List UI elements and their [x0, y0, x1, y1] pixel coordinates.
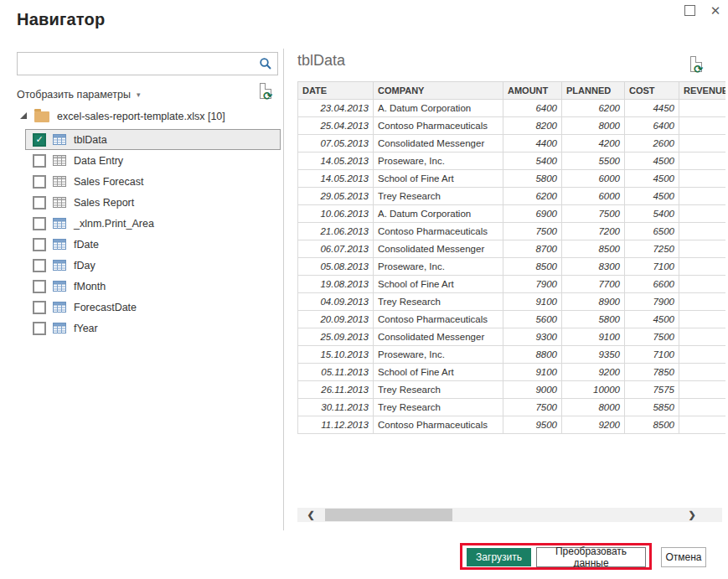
cell-amount: 7900: [503, 276, 562, 293]
cell-date: 06.07.2013: [298, 240, 374, 258]
cell-cost: 8500: [625, 416, 679, 434]
cell-date: 07.05.2013: [298, 135, 374, 153]
checkbox-unchecked[interactable]: [33, 175, 46, 189]
cancel-button[interactable]: Отмена: [661, 547, 706, 567]
scroll-left-arrow-icon[interactable]: ❮: [304, 508, 318, 522]
cell-cost: 7900: [625, 293, 679, 311]
cell-date: 11.12.2013: [298, 416, 374, 434]
table-icon: [53, 323, 66, 333]
table-row: 14.05.2013Proseware, Inc.540055004500: [298, 153, 726, 170]
table-row: 04.09.2013Trey Research910089007900: [298, 293, 726, 311]
checkbox-unchecked[interactable]: [33, 322, 46, 335]
tree-item-data-entry[interactable]: Data Entry: [17, 150, 281, 171]
cell-planned: 8000: [562, 399, 625, 416]
cell-company: Trey Research: [374, 399, 503, 416]
tree-item-label: fDay: [74, 260, 96, 271]
checkbox-unchecked[interactable]: [33, 154, 46, 168]
cell-cost: 4500: [625, 311, 679, 328]
table-icon: [53, 302, 66, 313]
table-row: 23.04.2013A. Datum Corporation6400620044…: [298, 100, 726, 117]
cell-revenue: [679, 205, 726, 223]
search-icon[interactable]: [259, 57, 272, 74]
cell-cost: 7500: [625, 328, 679, 346]
display-options-dropdown[interactable]: Отобразить параметры ▾: [17, 85, 141, 105]
refresh-preview-button[interactable]: ⟳: [258, 82, 275, 102]
horizontal-scrollbar[interactable]: ❮ ❯: [297, 508, 722, 522]
search-input[interactable]: [23, 55, 256, 74]
preview-table-container: DATECOMPANYAMOUNTPLANNEDCOSTREVENUE 23.0…: [297, 81, 725, 434]
cell-revenue: [679, 293, 726, 311]
checkbox-unchecked[interactable]: [33, 238, 46, 251]
cell-amount: 8800: [503, 346, 562, 364]
cell-cost: 7850: [625, 364, 679, 381]
tree-item-fdate[interactable]: fDate: [17, 234, 281, 255]
cell-date: 05.11.2013: [298, 364, 374, 381]
cell-planned: 5500: [562, 153, 625, 170]
checkbox-unchecked[interactable]: [33, 217, 46, 230]
table-row: 10.06.2013A. Datum Corporation6900750054…: [298, 205, 726, 223]
tree-root-workbook[interactable]: excel-sales-report-template.xlsx [10]: [17, 107, 281, 126]
cell-company: A. Datum Corporation: [374, 205, 503, 223]
cell-amount: 4400: [503, 135, 562, 153]
load-button[interactable]: Загрузить: [467, 548, 531, 566]
checkbox-unchecked[interactable]: [33, 259, 46, 272]
tree-item-tbldata[interactable]: ✓tblData: [25, 129, 281, 150]
close-button[interactable]: ✕: [706, 2, 725, 18]
table-icon: [53, 281, 66, 292]
cell-revenue: [679, 311, 726, 328]
refresh-icon: ⟳: [263, 90, 272, 101]
tree-item-sales-forecast[interactable]: Sales Forecast: [17, 171, 281, 192]
tree-item-fmonth[interactable]: fMonth: [17, 276, 281, 297]
scroll-right-arrow-icon[interactable]: ❯: [685, 508, 699, 522]
maximize-button[interactable]: [680, 2, 699, 18]
expander-icon[interactable]: [20, 112, 27, 119]
cell-date: 25.04.2013: [298, 117, 374, 135]
table-row: 20.09.2013Contoso Pharmaceuticals5600580…: [298, 311, 726, 328]
tree-item-fday[interactable]: fDay: [17, 255, 281, 276]
cell-planned: 6000: [562, 170, 625, 188]
worksheet-icon: [53, 176, 66, 187]
cell-revenue: [679, 188, 726, 205]
cell-date: 29.05.2013: [298, 188, 374, 205]
tree-item-fyear[interactable]: fYear: [17, 318, 281, 339]
cell-revenue: [679, 328, 726, 346]
cell-cost: 7100: [625, 346, 679, 364]
tree-item-forecastdate[interactable]: ForecastDate: [17, 297, 281, 318]
tree-item--xlnm-print-area[interactable]: _xlnm.Print_Area: [17, 213, 281, 234]
cell-cost: 7575: [625, 381, 679, 399]
cell-company: Proseware, Inc.: [374, 258, 503, 276]
checkbox-unchecked[interactable]: [33, 196, 46, 209]
table-icon: [53, 134, 66, 145]
column-header-amount: AMOUNT: [503, 82, 562, 100]
checkbox-checked[interactable]: ✓: [33, 133, 46, 147]
refresh-icon: ⟳: [694, 64, 703, 75]
table-row: 05.08.2013Proseware, Inc.850083007100: [298, 258, 726, 276]
preview-table: DATECOMPANYAMOUNTPLANNEDCOSTREVENUE 23.0…: [297, 81, 725, 434]
cell-planned: 7200: [562, 223, 625, 240]
checkbox-unchecked[interactable]: [33, 301, 46, 314]
cell-revenue: [679, 100, 726, 117]
transform-data-button[interactable]: Преобразовать данные: [536, 547, 646, 567]
cell-planned: 4200: [562, 135, 625, 153]
cell-company: Contoso Pharmaceuticals: [374, 416, 503, 434]
cell-revenue: [679, 117, 726, 135]
cell-company: Consolidated Messenger: [374, 328, 503, 346]
cell-company: School of Fine Art: [374, 170, 503, 188]
cell-planned: 9100: [562, 328, 625, 346]
tree-item-label: Sales Report: [74, 197, 134, 209]
table-row: 11.12.2013Contoso Pharmaceuticals9500920…: [298, 416, 726, 434]
checkbox-unchecked[interactable]: [33, 280, 46, 293]
scrollbar-thumb[interactable]: [325, 509, 452, 521]
cell-cost: 2600: [625, 135, 679, 153]
cell-cost: 4450: [625, 100, 679, 117]
cell-revenue: [679, 240, 726, 258]
cell-revenue: [679, 135, 726, 153]
cell-company: Contoso Pharmaceuticals: [374, 223, 503, 240]
refresh-table-button[interactable]: ⟳: [689, 55, 705, 75]
cell-planned: 6000: [562, 188, 625, 205]
cell-cost: 5400: [625, 205, 679, 223]
search-box: [17, 52, 278, 75]
tree-item-sales-report[interactable]: Sales Report: [17, 192, 281, 213]
cell-cost: 6400: [625, 117, 679, 135]
cell-company: Proseware, Inc.: [374, 153, 503, 170]
